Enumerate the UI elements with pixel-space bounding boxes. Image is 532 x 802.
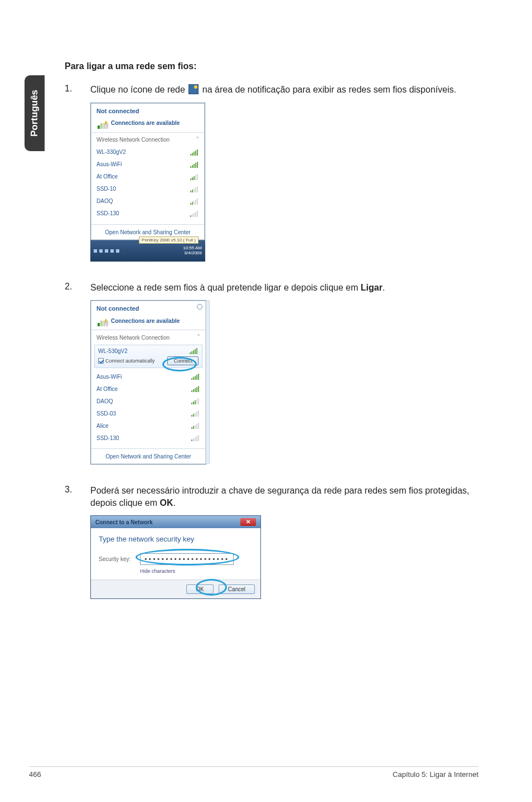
chevron-up-icon: ˄ bbox=[197, 334, 200, 341]
connections-available-label: Connections are available bbox=[111, 120, 180, 126]
page-footer: 466 Capítulo 5: Ligar à Internet bbox=[29, 766, 478, 779]
signal-icon bbox=[191, 434, 200, 441]
not-connected-label: Not connected bbox=[96, 108, 199, 114]
signal-icon bbox=[191, 410, 200, 417]
network-flyout-2: Not connected Connections are available … bbox=[90, 300, 206, 465]
wifi-ssid: SSD-130 bbox=[96, 210, 119, 216]
signal-icon bbox=[191, 398, 200, 404]
tray-icon[interactable] bbox=[110, 249, 114, 253]
step-1-part1: Clique no ícone de rede bbox=[90, 85, 187, 94]
step-1-text: Clique no ícone de rede na área de notif… bbox=[90, 84, 456, 96]
signal-icon bbox=[190, 173, 199, 180]
step-2: 2. Seleccione a rede sem fios à qual pre… bbox=[65, 282, 478, 294]
tray-icon[interactable] bbox=[99, 249, 103, 253]
step-1-part2: na área de notificação para exibir as re… bbox=[202, 85, 456, 94]
ok-button[interactable]: OK bbox=[186, 584, 213, 594]
step-2-text: Seleccione a rede sem fios à qual preten… bbox=[90, 282, 385, 294]
signal-icon bbox=[190, 161, 199, 168]
connect-auto-checkbox[interactable] bbox=[98, 358, 104, 364]
chevron-up-icon: ˄ bbox=[196, 136, 199, 144]
security-key-input[interactable]: •••••••••••••••••••• bbox=[140, 553, 234, 565]
dialog-button-bar: OK Cancel bbox=[91, 579, 260, 598]
wireless-section-text: Wireless Network Connection bbox=[96, 335, 170, 341]
signal-with-warning-icon bbox=[98, 118, 109, 129]
wifi-ssid: SSD-03 bbox=[96, 410, 116, 417]
chapter-label: Capítulo 5: Ligar à Internet bbox=[393, 770, 478, 779]
wifi-list: WL-330gV2 Asus-WiFi At Office SSD-10 DAO… bbox=[91, 146, 205, 224]
wifi-item[interactable]: SSD-130 bbox=[96, 207, 199, 220]
step-3-number: 3. bbox=[65, 485, 90, 509]
wifi-ssid: DAOQ bbox=[96, 198, 113, 204]
wifi-ssid: DAOQ bbox=[96, 398, 113, 404]
close-button[interactable]: ✕ bbox=[240, 518, 256, 526]
connect-button[interactable]: Connect bbox=[167, 356, 199, 365]
connect-auto-label: Connect automatically bbox=[105, 358, 155, 364]
wifi-item[interactable]: DAOQ bbox=[96, 195, 199, 207]
wifi-ssid: SSD-10 bbox=[96, 186, 116, 192]
network-flyout: Not connected Connections are available … bbox=[90, 103, 205, 240]
wifi-ssid: At Office bbox=[96, 386, 118, 392]
tooltip: PrintKey 2000 v5.10 ( Full ) bbox=[139, 236, 199, 244]
flyout-header: Not connected Connections are available bbox=[91, 301, 206, 330]
taskbar-clock[interactable]: 10:55 AM 8/4/2009 bbox=[183, 246, 202, 256]
security-key-label: Security key: bbox=[99, 556, 134, 562]
step-2-part1: Seleccione a rede sem fios à qual preten… bbox=[90, 283, 361, 292]
wifi-ssid: Alice bbox=[96, 423, 109, 429]
signal-icon bbox=[190, 347, 199, 354]
step-2-part2: . bbox=[383, 283, 385, 292]
step-2-number: 2. bbox=[65, 282, 90, 294]
wifi-item-selected[interactable]: WL-530gV2 Connect automatically Connect bbox=[94, 345, 202, 368]
screenshot-3: Connect to a Network ✕ Type the network … bbox=[90, 515, 478, 599]
step-2-bold: Ligar bbox=[361, 283, 383, 292]
wifi-item[interactable]: At Office bbox=[96, 383, 200, 395]
scrollbar[interactable] bbox=[206, 301, 210, 464]
tray-icon[interactable] bbox=[105, 249, 108, 253]
step-3-part2: . bbox=[173, 498, 176, 508]
open-network-center-link[interactable]: Open Network and Sharing Center bbox=[91, 448, 206, 464]
signal-icon bbox=[190, 210, 199, 217]
step-3: 3. Poderá ser necessário introduzir a ch… bbox=[65, 485, 478, 509]
wifi-ssid-selected: WL-530gV2 bbox=[98, 348, 128, 354]
wifi-ssid: At Office bbox=[96, 173, 118, 180]
dialog-instruction: Type the network security key bbox=[99, 535, 253, 543]
not-connected-label: Not connected bbox=[96, 305, 200, 312]
signal-icon bbox=[190, 149, 199, 156]
wifi-list: WL-530gV2 Connect automatically Connect … bbox=[91, 345, 206, 448]
network-tray-icon bbox=[188, 84, 199, 94]
step-3-part1: Poderá ser necessário introduzir a chave… bbox=[90, 486, 470, 508]
wifi-item[interactable]: SSD-03 bbox=[96, 407, 200, 419]
wireless-section-text: Wireless Network Connection bbox=[96, 137, 170, 143]
step-3-bold: OK bbox=[160, 498, 173, 508]
wifi-item[interactable]: Asus-WiFi bbox=[96, 158, 199, 171]
screenshot-1: Not connected Connections are available … bbox=[90, 103, 478, 262]
signal-icon bbox=[190, 198, 199, 205]
taskbar: PrintKey 2000 v5.10 ( Full ) 10:55 AM 8/… bbox=[90, 240, 205, 262]
cancel-button[interactable]: Cancel bbox=[219, 584, 255, 594]
wifi-item[interactable]: SSD-10 bbox=[96, 183, 199, 195]
wireless-section-label: Wireless Network Connection ˄ bbox=[91, 133, 205, 146]
signal-icon bbox=[191, 373, 200, 380]
section-heading: Para ligar a uma rede sem fios: bbox=[65, 61, 478, 71]
tray-icon[interactable] bbox=[116, 249, 119, 253]
wifi-ssid: Asus-WiFi bbox=[96, 374, 122, 380]
step-3-text: Poderá ser necessário introduzir a chave… bbox=[90, 485, 478, 509]
wifi-item[interactable]: WL-330gV2 bbox=[96, 146, 199, 158]
dialog-titlebar: Connect to a Network ✕ bbox=[91, 516, 260, 528]
hide-characters-option[interactable]: Hide characters bbox=[99, 568, 253, 574]
dialog-body: Type the network security key Security k… bbox=[91, 528, 260, 579]
tray-icon[interactable] bbox=[94, 249, 97, 253]
wifi-ssid: WL-330gV2 bbox=[96, 149, 126, 155]
wifi-ssid: SSD-130 bbox=[96, 435, 119, 441]
clock-date: 8/4/2009 bbox=[183, 251, 202, 256]
signal-with-warning-icon bbox=[98, 315, 109, 326]
wifi-item[interactable]: DAOQ bbox=[96, 395, 200, 407]
step-1-number: 1. bbox=[65, 84, 90, 96]
signal-icon bbox=[190, 186, 199, 192]
wifi-item[interactable]: Alice bbox=[96, 419, 200, 432]
wifi-item[interactable]: SSD-130 bbox=[96, 432, 200, 444]
wifi-item[interactable]: Asus-WiFi bbox=[96, 370, 200, 383]
security-key-dialog: Connect to a Network ✕ Type the network … bbox=[90, 515, 261, 599]
wifi-item[interactable]: At Office bbox=[96, 171, 199, 183]
step-1: 1. Clique no ícone de rede na área de no… bbox=[65, 84, 478, 96]
signal-icon bbox=[191, 422, 200, 429]
